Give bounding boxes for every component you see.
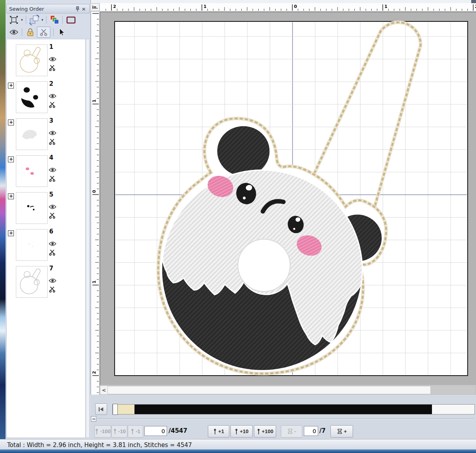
layer-thumbnail-icing-gray[interactable]	[16, 118, 48, 150]
panel-title: Sewing Order	[9, 6, 74, 12]
progress-segment-2	[432, 405, 474, 414]
layer-number: 7	[49, 265, 53, 272]
scissors-icon[interactable]	[49, 64, 56, 73]
progress-segment-1	[134, 405, 432, 414]
layer-thumbnail-outline-tan[interactable]	[16, 44, 48, 76]
color-blocks-button[interactable]	[49, 15, 60, 25]
layer-number: 1	[49, 43, 53, 50]
stitch-back-button--10[interactable]: -10	[111, 425, 127, 438]
expand-plus-icon[interactable]	[8, 193, 14, 199]
scissors-icon[interactable]	[49, 212, 56, 220]
toolbar-separator	[22, 28, 22, 36]
cursor-select-button[interactable]	[56, 27, 67, 37]
scissors-trim-button[interactable]	[37, 27, 50, 38]
toolbar-separator	[46, 16, 46, 24]
stitch-forward-button-+100[interactable]: +100	[254, 425, 276, 438]
svg-text:1: 1	[384, 4, 388, 9]
color-total-label: /7	[319, 427, 326, 434]
fit-to-selection-button[interactable]	[9, 15, 19, 25]
panel-toolbar-top: ▾ ▾	[6, 14, 90, 25]
scrollbar-thumb[interactable]	[107, 386, 431, 394]
eye-icon[interactable]	[49, 93, 56, 100]
horizontal-scrollbar[interactable]: <	[100, 386, 476, 395]
expand-plus-icon[interactable]	[8, 120, 14, 125]
sewing-order-item: 4	[7, 155, 85, 190]
panel-toolbar-bottom	[6, 26, 90, 38]
scrollbar-track[interactable]	[431, 386, 476, 394]
expand-plus-icon[interactable]	[8, 156, 14, 162]
eye-icon[interactable]	[49, 129, 56, 137]
color-position-input[interactable]	[304, 426, 318, 436]
change-order-button[interactable]	[29, 15, 40, 25]
layer-number: 6	[49, 228, 53, 235]
expand-plus-icon[interactable]	[8, 230, 14, 236]
layer-thumbnail-pink-dots[interactable]	[16, 155, 48, 187]
ruler-unit-label: in.	[90, 3, 100, 11]
horizontal-ruler: 21012	[100, 3, 476, 12]
svg-text:2: 2	[113, 4, 116, 9]
sewing-order-panel: Sewing Order × ▾	[6, 0, 91, 440]
status-bar: Total : Width = 2.96 inch, Height = 3.81…	[0, 440, 476, 450]
visibility-eye-button[interactable]	[9, 27, 19, 37]
separator-line	[98, 418, 474, 419]
pin-icon[interactable]	[74, 6, 81, 12]
scissors-icon[interactable]	[49, 286, 56, 294]
sewing-order-item: 2	[7, 81, 85, 116]
stitch-progress-bar[interactable]	[112, 404, 475, 414]
left-ear	[217, 126, 270, 176]
dropdown-caret-icon[interactable]: ▾	[21, 18, 23, 22]
eye-icon[interactable]	[49, 203, 56, 211]
panel-scrollbar[interactable]	[86, 39, 90, 438]
collapse-toggle-icon[interactable]	[91, 416, 96, 422]
svg-text:1: 1	[92, 280, 97, 283]
application-window: Sewing Order × ▾	[0, 0, 476, 453]
scissors-icon[interactable]	[49, 175, 56, 183]
scroll-left-icon[interactable]: <	[100, 386, 107, 394]
close-icon[interactable]: ×	[81, 6, 87, 12]
eye-icon[interactable]	[49, 240, 56, 248]
lock-button[interactable]	[25, 27, 35, 37]
vertical-ruler: 21012	[91, 12, 100, 395]
stitch-total-label: /4547	[169, 427, 187, 434]
stitch-forward-button-+10[interactable]: +10	[230, 425, 253, 438]
stitch-forward-button-+1[interactable]: +1	[208, 425, 229, 438]
eye-icon[interactable]	[49, 166, 56, 174]
expand-plus-icon[interactable]	[8, 83, 14, 89]
layer-thumbnail-black-shapes[interactable]	[16, 81, 48, 113]
toolbar-separator	[26, 16, 26, 24]
stitch-simulator-panel: /4547 /7 -100-10-1+1+10+100-+	[90, 395, 476, 440]
donut-hole	[238, 239, 290, 291]
sewing-order-item: 7	[7, 266, 85, 301]
layer-thumbnail-outline-gray[interactable]	[16, 266, 48, 298]
svg-text:1: 1	[92, 99, 97, 102]
color-forward-button[interactable]: +	[330, 425, 353, 438]
toolbar-separator	[62, 16, 63, 24]
layer-number: 3	[49, 117, 53, 124]
eye-icon[interactable]	[49, 56, 56, 63]
rewind-to-start-button[interactable]	[95, 403, 107, 415]
desktop-background-strip	[0, 0, 6, 453]
stitch-back-button--100[interactable]: -100	[94, 425, 111, 438]
sewing-order-item: 3	[7, 118, 85, 153]
stitch-position-input[interactable]	[144, 426, 167, 436]
sewing-order-item: 6	[7, 229, 85, 264]
hoop-button[interactable]	[65, 15, 77, 25]
sewing-order-list: 1 2	[6, 39, 86, 438]
layer-number: 2	[49, 80, 53, 87]
svg-text:1: 1	[203, 4, 207, 9]
progress-slider-thumb[interactable]	[113, 404, 118, 415]
design-canvas[interactable]	[100, 12, 476, 385]
color-back-button[interactable]: -	[281, 425, 302, 438]
scissors-icon[interactable]	[49, 101, 56, 110]
stitch-back-button--1[interactable]: -1	[128, 425, 143, 438]
layer-thumbnail-faint-dots[interactable]	[16, 229, 48, 261]
scissors-icon[interactable]	[49, 138, 56, 147]
sewing-order-item: 5	[7, 192, 85, 227]
dropdown-caret-icon[interactable]: ▾	[42, 18, 44, 22]
eye-icon[interactable]	[49, 277, 56, 285]
svg-text:0: 0	[92, 190, 97, 193]
layer-thumbnail-black-marks[interactable]	[16, 192, 48, 224]
panel-titlebar[interactable]: Sewing Order ×	[6, 4, 90, 13]
scissors-icon[interactable]	[49, 249, 56, 257]
status-text: Total : Width = 2.96 inch, Height = 3.81…	[7, 441, 192, 449]
